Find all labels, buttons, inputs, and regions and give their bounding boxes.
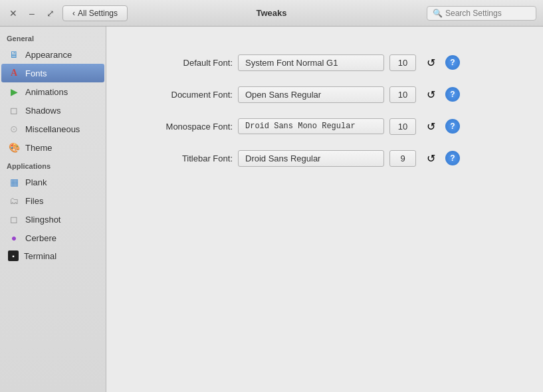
titlebar-font-row: Titlebar Font: Droid Sans Regular 9 ↺ ? xyxy=(146,149,503,167)
cerbere-icon: ● xyxy=(8,232,20,244)
sidebar-item-theme[interactable]: 🎨 Theme xyxy=(1,138,104,157)
document-font-label: Document Font: xyxy=(146,90,233,100)
sidebar-item-label: Miscellaneous xyxy=(25,124,80,134)
document-font-button[interactable]: Open Sans Regular xyxy=(238,86,384,103)
terminal-icon: ▪ xyxy=(8,250,19,261)
search-box[interactable]: 🔍 xyxy=(427,6,536,21)
main-layout: General 🖥 Appearance A Fonts ▶ Animation… xyxy=(0,27,543,392)
sidebar-item-label: Fonts xyxy=(25,68,47,78)
monospace-font-help-button[interactable]: ? xyxy=(445,119,460,134)
all-settings-label: All Settings xyxy=(78,9,118,18)
titlebar-font-reset-button[interactable]: ↺ xyxy=(421,149,440,167)
document-font-help-button[interactable]: ? xyxy=(445,87,460,102)
default-font-size-button[interactable]: 10 xyxy=(389,54,416,71)
monospace-font-row: Monospace Font: Droid Sans Mono Regular … xyxy=(146,117,503,136)
document-font-size-button[interactable]: 10 xyxy=(389,86,416,103)
files-icon: 🗂 xyxy=(8,195,20,207)
miscellaneous-icon: ⊙ xyxy=(8,123,20,135)
default-font-button[interactable]: System Font Normal G1 xyxy=(238,54,384,71)
plank-icon: ▦ xyxy=(8,176,20,188)
all-settings-button[interactable]: ‹ All Settings xyxy=(62,5,128,21)
default-font-row: Default Font: System Font Normal G1 10 ↺… xyxy=(146,53,503,72)
minimize-icon[interactable]: – xyxy=(25,7,39,20)
sidebar-item-label: Files xyxy=(25,196,43,206)
sidebar-item-label: Shadows xyxy=(25,106,60,116)
sidebar-item-label: Plank xyxy=(25,177,47,187)
monospace-font-size-button[interactable]: 10 xyxy=(389,118,416,135)
document-font-reset-button[interactable]: ↺ xyxy=(421,85,440,104)
titlebar: ✕ – ⤢ ‹ All Settings Tweaks 🔍 xyxy=(0,0,543,27)
sidebar-item-label: Appearance xyxy=(25,50,72,60)
content-area: Default Font: System Font Normal G1 10 ↺… xyxy=(106,27,543,392)
theme-icon: 🎨 xyxy=(8,142,20,153)
monospace-font-button[interactable]: Droid Sans Mono Regular xyxy=(238,118,384,134)
sidebar-item-terminal[interactable]: ▪ Terminal xyxy=(1,247,104,264)
sidebar-item-slingshot[interactable]: ◻ Slingshot xyxy=(1,210,104,229)
monospace-font-label: Monospace Font: xyxy=(146,122,233,132)
default-font-label: Default Font: xyxy=(146,58,233,68)
close-icon[interactable]: ✕ xyxy=(7,7,20,20)
sidebar-item-cerbere[interactable]: ● Cerbere xyxy=(1,229,104,247)
default-font-help-button[interactable]: ? xyxy=(445,55,460,70)
sidebar: General 🖥 Appearance A Fonts ▶ Animation… xyxy=(0,27,106,392)
titlebar-font-help-button[interactable]: ? xyxy=(445,151,460,165)
appearance-icon: 🖥 xyxy=(8,49,20,60)
sidebar-item-shadows[interactable]: ◻ Shadows xyxy=(1,101,104,120)
sidebar-general-header: General xyxy=(0,29,106,45)
sidebar-item-files[interactable]: 🗂 Files xyxy=(1,191,104,210)
sidebar-item-animations[interactable]: ▶ Animations xyxy=(1,82,104,101)
maximize-icon[interactable]: ⤢ xyxy=(44,7,57,20)
sidebar-item-fonts[interactable]: A Fonts xyxy=(1,64,104,82)
sidebar-item-label: Slingshot xyxy=(25,215,60,225)
sidebar-applications-header: Applications xyxy=(0,157,106,173)
slingshot-icon: ◻ xyxy=(8,213,20,225)
titlebar-font-button[interactable]: Droid Sans Regular xyxy=(238,150,384,167)
sidebar-item-appearance[interactable]: 🖥 Appearance xyxy=(1,45,104,64)
search-icon: 🔍 xyxy=(433,9,443,18)
titlebar-font-label: Titlebar Font: xyxy=(146,153,233,163)
sidebar-item-miscellaneous[interactable]: ⊙ Miscellaneous xyxy=(1,120,104,138)
document-font-row: Document Font: Open Sans Regular 10 ↺ ? xyxy=(146,85,503,104)
sidebar-item-label: Theme xyxy=(25,143,52,153)
titlebar-left: ✕ – ⤢ ‹ All Settings xyxy=(7,5,128,21)
sidebar-item-plank[interactable]: ▦ Plank xyxy=(1,173,104,191)
animations-icon: ▶ xyxy=(8,86,20,98)
window-title: Tweaks xyxy=(256,8,286,18)
search-input[interactable] xyxy=(445,9,530,18)
titlebar-font-size-button[interactable]: 9 xyxy=(389,150,416,167)
fonts-icon: A xyxy=(8,67,20,79)
sidebar-item-label: Cerbere xyxy=(25,233,56,243)
shadows-icon: ◻ xyxy=(8,104,20,116)
sidebar-item-label: Terminal xyxy=(24,251,56,261)
default-font-reset-button[interactable]: ↺ xyxy=(421,53,440,72)
sidebar-item-label: Animations xyxy=(25,87,68,97)
monospace-font-reset-button[interactable]: ↺ xyxy=(421,117,440,136)
